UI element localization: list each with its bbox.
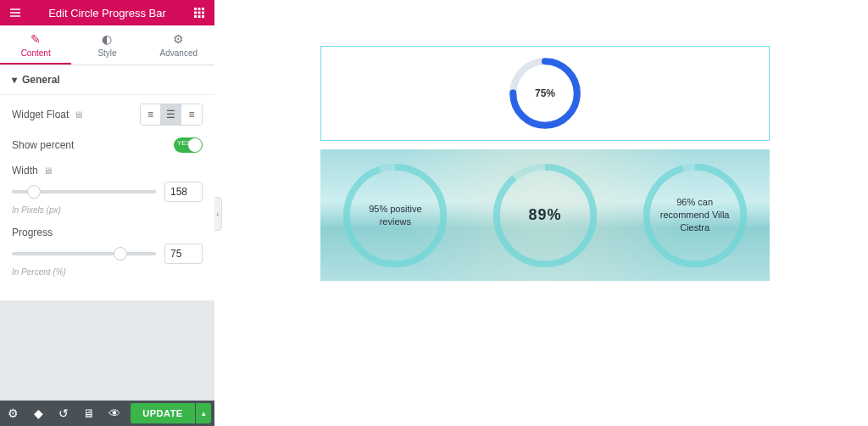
align-right-button[interactable]: ≡ <box>181 104 202 125</box>
circle-card-3: 96% can recommend Villa Ciestra <box>636 156 754 275</box>
width-slider-row <box>12 182 203 202</box>
progress-percent-label: 75% <box>507 55 583 132</box>
selected-widget[interactable]: 75% <box>320 46 770 141</box>
svg-rect-5 <box>202 12 204 14</box>
progress-input[interactable] <box>164 244 203 264</box>
align-center-button[interactable]: ☰ <box>161 104 181 125</box>
svg-rect-4 <box>198 12 201 14</box>
svg-rect-7 <box>198 15 201 18</box>
control-progress: Progress <box>12 227 203 238</box>
tab-label: Style <box>97 48 116 58</box>
svg-rect-8 <box>202 15 204 18</box>
preview-button[interactable]: 👁 <box>102 401 127 426</box>
section-title: General <box>22 74 60 86</box>
progress-hint: In Percent (%) <box>12 267 203 277</box>
hero-section[interactable]: 95% positive reviews 89% 96% can recomme… <box>320 149 770 281</box>
align-group: ≡ ☰ ≡ <box>140 104 203 126</box>
sidebar-filler <box>0 300 214 401</box>
circle-progress-widget: 75% <box>507 55 583 132</box>
sidebar-footer: ⚙ ◆ ↺ 🖥 👁 UPDATE ▴ <box>0 401 214 426</box>
progress-slider-row <box>12 244 203 264</box>
editor-sidebar: Edit Circle Progress Bar ✎ Content ◐ Sty… <box>0 0 214 426</box>
tab-content[interactable]: ✎ Content <box>0 25 71 64</box>
apps-icon[interactable] <box>192 6 206 20</box>
contrast-icon: ◐ <box>71 32 142 46</box>
tab-advanced[interactable]: ⚙ Advanced <box>143 25 214 64</box>
tab-label: Content <box>21 48 51 58</box>
control-widget-float: Widget Float 🖥 ≡ ☰ ≡ <box>12 104 203 126</box>
svg-rect-1 <box>198 8 201 10</box>
control-label: Widget Float 🖥 <box>12 109 83 121</box>
chevron-down-icon: ▾ <box>12 74 17 86</box>
history-button[interactable]: ↺ <box>51 401 76 426</box>
circle-card-2: 89% <box>486 156 604 275</box>
circle-card-text: 89% <box>486 156 604 275</box>
control-label: Show percent <box>12 139 74 151</box>
pencil-icon: ✎ <box>0 32 71 46</box>
section-body: Widget Float 🖥 ≡ ☰ ≡ Show percent YES Wi… <box>0 95 214 300</box>
circle-card-text: 95% positive reviews <box>336 156 454 275</box>
toggle-knob <box>188 138 202 152</box>
panel-title: Edit Circle Progress Bar <box>22 7 192 20</box>
control-label: Progress <box>12 227 53 238</box>
width-hint: In Pixels (px) <box>12 205 203 215</box>
slider-thumb[interactable] <box>114 247 127 261</box>
circle-card-text: 96% can recommend Villa Ciestra <box>636 156 754 275</box>
desktop-icon[interactable]: 🖥 <box>74 109 83 120</box>
svg-rect-3 <box>194 12 197 14</box>
control-width: Width 🖥 <box>12 165 203 177</box>
control-label: Width 🖥 <box>12 165 53 177</box>
control-show-percent: Show percent YES <box>12 137 203 153</box>
update-button[interactable]: UPDATE <box>131 403 195 423</box>
slider-thumb[interactable] <box>27 185 41 199</box>
svg-rect-2 <box>202 8 204 10</box>
width-slider[interactable] <box>12 190 156 193</box>
desktop-icon[interactable]: 🖥 <box>43 165 53 176</box>
update-dropdown[interactable]: ▴ <box>196 403 211 423</box>
preview-canvas: ‹ 75% 95% positive reviews 89% <box>214 0 868 426</box>
tabs: ✎ Content ◐ Style ⚙ Advanced <box>0 25 214 65</box>
show-percent-toggle[interactable]: YES <box>174 137 203 153</box>
progress-slider[interactable] <box>12 252 156 255</box>
circle-card-1: 95% positive reviews <box>336 156 454 275</box>
gear-icon: ⚙ <box>143 32 214 46</box>
sidebar-header: Edit Circle Progress Bar <box>0 0 214 25</box>
tab-style[interactable]: ◐ Style <box>71 25 142 64</box>
responsive-button[interactable]: 🖥 <box>76 401 102 426</box>
align-left-button[interactable]: ≡ <box>141 104 161 125</box>
svg-rect-0 <box>194 8 197 10</box>
svg-rect-6 <box>194 15 197 18</box>
section-header-general[interactable]: ▾ General <box>0 65 214 95</box>
navigator-button[interactable]: ◆ <box>25 401 51 426</box>
width-input[interactable] <box>164 182 203 202</box>
collapse-sidebar-handle[interactable]: ‹ <box>214 197 222 231</box>
settings-button[interactable]: ⚙ <box>0 401 25 426</box>
menu-icon[interactable] <box>8 6 22 20</box>
tab-label: Advanced <box>160 48 198 58</box>
